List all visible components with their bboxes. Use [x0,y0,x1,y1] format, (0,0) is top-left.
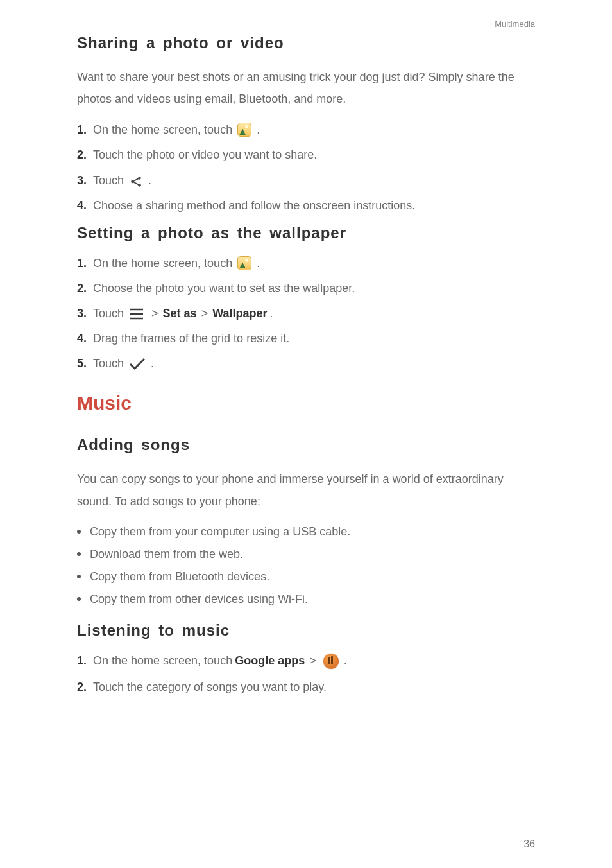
step-text: Touch [93,174,124,187]
listening-step-1: 1. On the home screen, touch Google apps… [77,654,535,669]
bullet-icon [77,575,81,578]
intro-sharing: Want to share your best shots or an amus… [77,66,535,110]
share-icon [129,173,143,187]
heading-wallpaper: Setting a photo as the wallpaper [77,224,535,242]
heading-sharing: Sharing a photo or video [77,34,535,52]
step-text: Touch [93,357,124,370]
step-text: Touch the category of songs you want to … [93,681,327,694]
list-item-text: Download them from the web. [90,548,243,561]
step-text: Choose a sharing method and follow the o… [93,199,415,213]
wallpaper-step-5: 5. Touch . [77,357,535,370]
sharing-step-2: 2. Touch the photo or video you want to … [77,148,535,162]
wallpaper-step-2: 2. Choose the photo you want to set as t… [77,282,535,295]
step-text: Touch [93,307,124,320]
list-item: Download them from the web. [77,548,535,561]
page-number: 36 [523,838,535,850]
listening-step-2: 2. Touch the category of songs you want … [77,681,535,694]
gallery-icon [237,256,251,270]
svg-point-2 [138,184,141,187]
intro-adding-songs: You can copy songs to your phone and imm… [77,468,535,512]
wallpaper-step-1: 1. On the home screen, touch . [77,256,535,270]
step-number: 4. [77,199,87,213]
menu-icon [129,308,144,320]
step-text: Touch the photo or video you want to sha… [93,148,317,162]
step-number: 2. [77,148,87,162]
adding-songs-list: Copy them from your computer using a USB… [77,525,535,606]
google-apps-label: Google apps [235,654,305,668]
heading-adding-songs: Adding songs [77,436,535,454]
step-text-end: . [151,357,154,370]
heading-music: Music [77,392,535,414]
svg-point-0 [138,177,141,180]
sharing-step-4: 4. Choose a sharing method and follow th… [77,199,535,213]
step-text-end: . [270,307,273,320]
step-number: 4. [77,332,87,345]
chevron-right: > [309,654,316,668]
sharing-step-1: 1. On the home screen, touch . [77,123,535,137]
list-item-text: Copy them from other devices using Wi-Fi… [90,593,308,606]
step-text-end: . [257,123,260,137]
list-item: Copy them from your computer using a USB… [77,525,535,539]
step-number: 2. [77,282,87,295]
wallpaper-step-3: 3. Touch > Set as > Wallpaper . [77,307,535,320]
bullet-icon [77,530,81,534]
bullet-icon [77,552,81,556]
bullet-icon [77,597,81,601]
svg-point-1 [131,180,134,184]
step-text-end: . [148,174,151,187]
gallery-icon [237,123,251,137]
chevron-right: > [151,307,158,320]
step-number: 1. [77,654,87,668]
step-number: 1. [77,123,87,137]
wallpaper-step-4: 4. Drag the frames of the grid to resize… [77,332,535,345]
section-header-label: Multimedia [77,19,535,29]
step-number: 5. [77,357,87,370]
step-number: 1. [77,257,87,270]
list-item-text: Copy them from your computer using a USB… [90,525,350,539]
step-number: 3. [77,174,87,187]
step-number: 3. [77,307,87,320]
list-item: Copy them from Bluetooth devices. [77,570,535,584]
heading-listening: Listening to music [77,621,535,639]
step-number: 2. [77,681,87,694]
step-text-end: . [344,654,347,668]
checkmark-icon [129,358,146,370]
step-text: Choose the photo you want to set as the … [93,282,355,295]
step-text-end: . [257,257,260,270]
set-as-label: Set as [163,307,197,320]
chevron-right: > [201,307,208,320]
list-item: Copy them from other devices using Wi-Fi… [77,593,535,606]
sharing-step-3: 3. Touch . [77,173,535,187]
music-app-icon [323,654,339,669]
list-item-text: Copy them from Bluetooth devices. [90,570,269,584]
wallpaper-label: Wallpaper [212,307,267,320]
step-text: On the home screen, touch [93,654,232,668]
step-text: Drag the frames of the grid to resize it… [93,332,289,345]
step-text: On the home screen, touch [93,123,232,137]
step-text: On the home screen, touch [93,257,232,270]
